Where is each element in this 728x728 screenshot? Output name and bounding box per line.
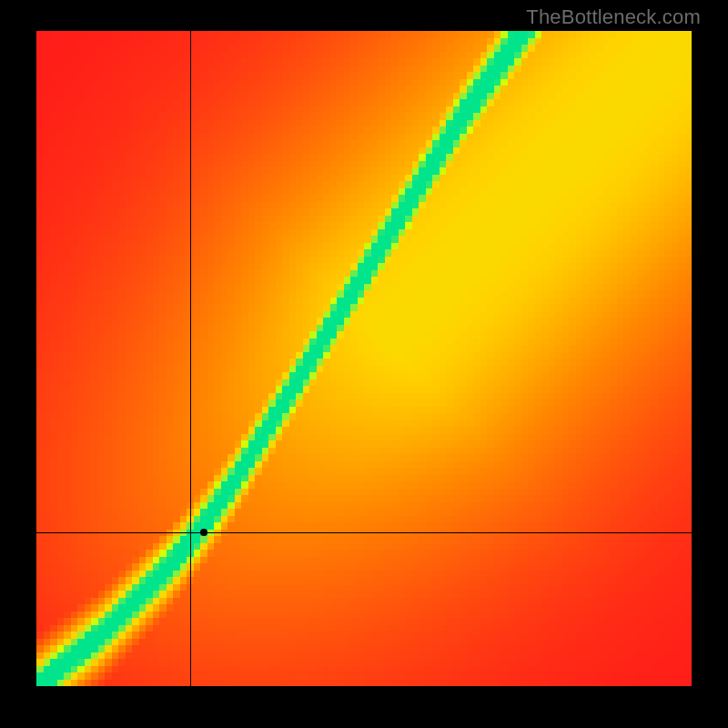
crosshair-horizontal [36, 532, 692, 533]
heatmap-plot [36, 31, 692, 686]
watermark-text: TheBottleneck.com [526, 5, 701, 29]
heatmap-canvas [36, 31, 692, 686]
selection-marker [200, 529, 207, 536]
chart-frame: TheBottleneck.com [0, 0, 728, 728]
crosshair-vertical [190, 31, 191, 686]
